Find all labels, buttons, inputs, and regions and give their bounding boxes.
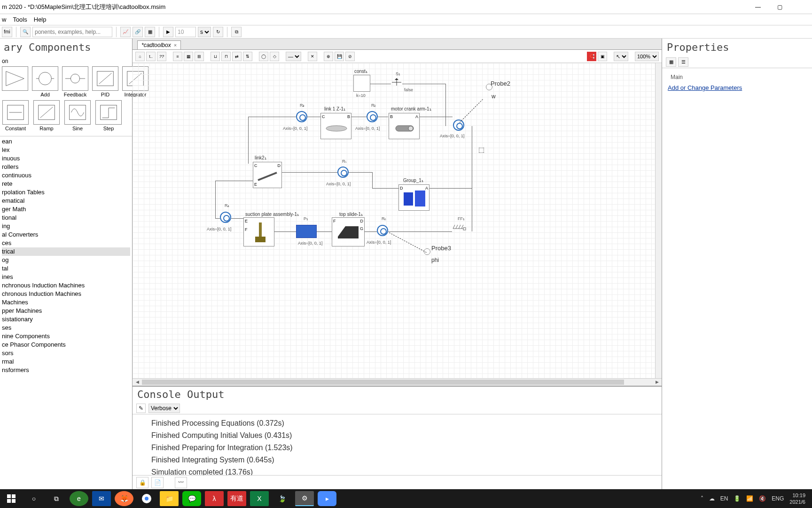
system-tray[interactable]: ˄ ☁ EN 🔋 📶 🔇 ENG 10:19 2021/6 — [701, 492, 810, 505]
home-icon[interactable]: ⌂ — [135, 52, 145, 61]
time-unit-select[interactable]: s — [198, 27, 211, 37]
task-view-icon[interactable]: ⧉ — [47, 491, 66, 506]
align-icon[interactable]: ≡ — [173, 52, 182, 61]
plot-axes-icon[interactable]: 📈 — [120, 27, 131, 37]
taskbar[interactable]: ○ ⧉ e ✉ 🦊 📁 💬 λ 有道 X 🍃 ⚙ ▸ ˄ ☁ EN 🔋 📶 🔇 … — [0, 489, 812, 508]
tray-lang-name[interactable]: ENG — [772, 495, 784, 502]
lib-item-ramp[interactable]: Ramp — [33, 100, 60, 131]
block-suction[interactable]: E F — [243, 217, 274, 246]
tree-item[interactable]: nsformers — [2, 366, 130, 374]
tree-item[interactable]: continuous — [2, 171, 130, 180]
text-icon[interactable]: t.. — [146, 52, 156, 61]
tree-item[interactable]: og — [2, 256, 130, 264]
block-prismatic[interactable] — [296, 225, 317, 238]
tray-chevron-icon[interactable]: ˄ — [701, 495, 703, 502]
block-revolute-r3[interactable] — [296, 111, 307, 122]
block-fixed-frame[interactable] — [452, 223, 466, 237]
tree-item[interactable]: ger Math — [2, 205, 130, 214]
ungroup-icon[interactable]: ⊓ — [221, 52, 231, 61]
console-mode-select[interactable]: Verbose — [148, 404, 180, 413]
excel-icon[interactable]: X — [250, 491, 269, 506]
tree-item[interactable]: ematical — [2, 197, 130, 205]
tree-item[interactable]: ines — [2, 273, 130, 281]
shape-icon[interactable]: ◯ — [259, 52, 268, 61]
tree-item[interactable]: pper Machines — [2, 307, 130, 315]
cursor-select[interactable]: ↖ — [614, 52, 628, 61]
tree-item[interactable]: chronous Induction Machines — [2, 290, 130, 298]
view-list-icon[interactable]: ☰ — [678, 57, 688, 67]
block-link1[interactable]: C B — [320, 113, 351, 139]
search-input[interactable] — [32, 27, 112, 37]
tray-volume-icon[interactable]: 🔇 — [759, 495, 766, 502]
h-scrollbar[interactable]: ◀ ▶ — [133, 378, 662, 386]
tree-item[interactable]: lex — [2, 146, 130, 154]
group-icon[interactable]: ⊔ — [211, 52, 220, 61]
block-revolute-r6[interactable] — [377, 225, 388, 236]
tree-item[interactable]: ces — [2, 239, 130, 247]
zoom-select[interactable]: 100% — [635, 52, 659, 61]
refresh-icon[interactable]: ↻ — [213, 27, 223, 37]
search-icon[interactable]: 🔍 — [20, 27, 31, 37]
maplesim-icon[interactable]: ⚙ — [295, 491, 314, 506]
tree-item[interactable]: ce Phasor Components — [2, 341, 130, 349]
console-output[interactable]: Finished Processing Equations (0.372s) F… — [133, 414, 662, 475]
lib-item-step[interactable]: Step — [95, 100, 122, 131]
play-button[interactable]: ▶ — [163, 27, 173, 37]
block-link2[interactable]: C D E — [253, 162, 282, 188]
tree-item[interactable]: trical — [2, 247, 130, 256]
tree-item[interactable]: ses — [2, 324, 130, 332]
firefox-icon[interactable]: 🦊 — [115, 491, 133, 506]
grid-snap-icon[interactable]: ▦ — [184, 52, 193, 61]
tab-close-icon[interactable]: × — [174, 42, 177, 48]
block-revolute-r4[interactable] — [220, 212, 231, 223]
block-revolute-r2[interactable] — [367, 111, 378, 122]
block-motor-crank[interactable]: B A — [389, 113, 420, 139]
tree-item[interactable]: nine Components — [2, 332, 130, 341]
block-top-slide[interactable]: F D G — [332, 217, 365, 246]
text-view-icon[interactable]: 📄 — [151, 477, 164, 488]
add-icon[interactable]: ⊕ — [324, 52, 333, 61]
layout-icon[interactable]: ⊞ — [195, 52, 204, 61]
model-canvas[interactable]: const₁ k=10 S₁ false R₃ Axis=[0, 0, 1] l… — [133, 63, 662, 378]
tree-item[interactable]: tional — [2, 214, 130, 222]
question-icon[interactable]: ?? — [157, 52, 166, 61]
close-button[interactable] — [790, 0, 812, 14]
start-icon[interactable] — [2, 491, 21, 506]
save-icon[interactable]: 💾 — [335, 52, 344, 61]
shape2-icon[interactable]: ◇ — [270, 52, 279, 61]
lib-item-sine[interactable]: Sine — [64, 100, 91, 131]
wechat-icon[interactable]: 💬 — [182, 491, 201, 506]
tree-item[interactable]: rmal — [2, 357, 130, 366]
block-const[interactable] — [353, 75, 370, 92]
tree-item[interactable]: al Converters — [2, 230, 130, 239]
tray-cloud-icon[interactable]: ☁ — [709, 495, 715, 502]
outlook-icon[interactable]: ✉ — [92, 491, 111, 506]
tree-item[interactable]: ean — [2, 137, 130, 146]
line-style-select[interactable]: — — [286, 52, 301, 61]
lock-icon[interactable]: 🔒 — [136, 477, 148, 488]
tree-item[interactable]: inuous — [2, 154, 130, 163]
tree-item[interactable]: ing — [2, 222, 130, 230]
lib-item[interactable] — [2, 66, 28, 97]
link-icon[interactable]: 🔗 — [133, 27, 143, 37]
block-revolute-top-right[interactable] — [453, 119, 464, 131]
grid-icon[interactable]: ▦ — [145, 27, 155, 37]
zoom-icon[interactable]: ▸ — [318, 491, 336, 506]
search-taskbar-icon[interactable]: ○ — [24, 491, 43, 506]
lib-item-feedback[interactable]: Feedback — [62, 66, 88, 97]
app-icon[interactable]: 🍃 — [273, 491, 291, 506]
tray-wifi-icon[interactable]: 📶 — [746, 495, 753, 502]
tree-item[interactable]: sistationary — [2, 315, 130, 324]
explorer-icon[interactable]: 📁 — [160, 491, 179, 506]
maximize-button[interactable]: ▢ — [769, 0, 790, 14]
tab-cadtoolbox[interactable]: *cadtoolbox × — [137, 40, 181, 49]
signal-icon[interactable]: 〰 — [175, 477, 187, 488]
library-tree[interactable]: ean lex inuous rollers continuous rete r… — [0, 136, 132, 489]
tree-item[interactable]: sors — [2, 349, 130, 357]
menu-view[interactable]: w — [2, 16, 6, 23]
snap-icon[interactable]: ▣ — [598, 52, 607, 61]
delete-icon[interactable]: ⊘ — [345, 52, 355, 61]
tray-clock[interactable]: 10:19 2021/6 — [789, 492, 805, 505]
block-switch[interactable] — [391, 78, 402, 87]
lib-item-add[interactable]: Add — [32, 66, 58, 97]
